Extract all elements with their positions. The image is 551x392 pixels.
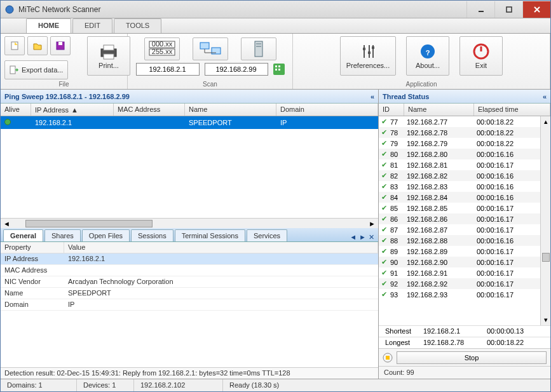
col-name[interactable]: Name (185, 104, 276, 116)
longest-name: 192.168.2.78 (419, 337, 483, 348)
thread-row[interactable]: ✔90192.168.2.9000:00:16.17 (379, 257, 540, 267)
ip-range-icon[interactable]: 000.xx255.xx (144, 37, 180, 60)
check-icon: ✔ (381, 280, 390, 288)
print-button[interactable]: Print... (87, 36, 130, 76)
tab-shares[interactable]: Shares (44, 229, 81, 241)
property-row[interactable]: DomainIP (1, 299, 378, 311)
col-domain[interactable]: Domain (276, 104, 378, 116)
thread-name: 192.168.2.86 (407, 215, 477, 223)
tab-close-icon[interactable]: ✕ (369, 233, 374, 241)
thread-col-id[interactable]: ID (379, 104, 404, 116)
stop-button[interactable]: Stop (397, 351, 547, 364)
thread-name: 192.168.2.83 (407, 183, 477, 191)
thread-name: 192.168.2.77 (407, 118, 477, 126)
thread-list[interactable]: ✔77192.168.2.7700:00:18.22✔78192.168.2.7… (379, 116, 540, 325)
property-row[interactable]: NIC VendorArcadyan Technology Corporatio… (1, 276, 378, 288)
check-icon: ✔ (381, 226, 390, 234)
thread-row[interactable]: ✔92192.168.2.9200:00:16.17 (379, 278, 540, 289)
thread-name: 192.168.2.89 (407, 248, 477, 255)
maximize-button[interactable] (494, 1, 522, 18)
thread-row[interactable]: ✔91192.168.2.9100:00:16.17 (379, 267, 540, 278)
tab-services[interactable]: Services (247, 229, 287, 241)
app-title: MiTeC Network Scanner (18, 5, 466, 14)
check-icon: ✔ (381, 182, 390, 191)
stop-icon[interactable] (383, 353, 393, 363)
prop-col-val: Value (64, 242, 378, 253)
v-scroll-thumb[interactable] (542, 253, 550, 262)
open-button[interactable] (27, 36, 48, 55)
thread-name: 192.168.2.78 (407, 129, 477, 137)
property-row[interactable]: MAC Address (1, 265, 378, 276)
thread-row[interactable]: ✔82192.168.2.8200:00:16.16 (379, 170, 540, 181)
thread-row[interactable]: ✔85192.168.2.8500:00:16.17 (379, 203, 540, 213)
svg-rect-17 (200, 43, 209, 49)
tab-general[interactable]: General (3, 229, 43, 241)
property-row[interactable]: NameSPEEDPORT (1, 288, 378, 299)
results-row[interactable]: 192.168.2.1 SPEEDPORT IP (1, 116, 378, 129)
svg-rect-12 (104, 54, 114, 59)
col-ip[interactable]: IP Address▲ (31, 104, 114, 116)
minimize-button[interactable] (466, 1, 494, 18)
thread-row[interactable]: ✔78192.168.2.7800:00:18.22 (379, 127, 540, 138)
thread-col-time[interactable]: Elapsed time (474, 104, 550, 116)
thread-row[interactable]: ✔89192.168.2.8900:00:16.17 (379, 246, 540, 257)
results-header: Alive IP Address▲ MAC Address Name Domai… (1, 104, 378, 116)
new-button[interactable] (4, 36, 25, 55)
network-icon[interactable] (193, 37, 228, 60)
ip-to-input[interactable] (205, 63, 268, 76)
thread-col-name[interactable]: Name (404, 104, 474, 116)
exit-button[interactable]: Exit (459, 36, 503, 76)
tab-home[interactable]: HOME (26, 18, 71, 33)
save-button[interactable] (50, 36, 71, 55)
thread-row[interactable]: ✔79192.168.2.7900:00:18.22 (379, 138, 540, 149)
collapse-right-icon[interactable]: « (543, 93, 547, 100)
scan-go-icon[interactable] (273, 64, 285, 75)
h-scrollbar[interactable]: ◄► (1, 218, 378, 228)
scroll-up-icon[interactable]: ▴ (544, 118, 548, 126)
collapse-icon[interactable]: « (371, 93, 374, 100)
ip-from-input[interactable] (136, 63, 200, 76)
svg-rect-40 (386, 356, 390, 360)
scroll-thumb[interactable] (25, 220, 153, 227)
thread-id: 86 (390, 215, 407, 223)
scroll-right-icon[interactable]: ► (366, 220, 378, 227)
thread-id: 84 (390, 194, 407, 201)
thread-row[interactable]: ✔77192.168.2.7700:00:18.22 (379, 116, 540, 127)
export-data-button[interactable]: Export data... (4, 60, 68, 79)
tab-prev-icon[interactable]: ◄ (350, 233, 357, 241)
thread-id: 78 (390, 129, 407, 137)
thread-row[interactable]: ✔84192.168.2.8400:00:16.16 (379, 192, 540, 203)
prop-key: MAC Address (1, 265, 64, 276)
col-alive[interactable]: Alive (1, 104, 31, 116)
thread-row[interactable]: ✔83192.168.2.8300:00:16.16 (379, 181, 540, 192)
tab-open-files[interactable]: Open Files (82, 229, 130, 241)
property-row[interactable]: IP Address192.168.2.1 (1, 253, 378, 265)
prop-value: IP (64, 299, 378, 310)
scroll-down-icon[interactable]: ▾ (544, 316, 548, 324)
scroll-left-icon[interactable]: ◄ (1, 220, 13, 227)
close-button[interactable] (522, 1, 550, 18)
results-grid[interactable]: 192.168.2.1 SPEEDPORT IP (1, 116, 378, 218)
v-scrollbar[interactable]: ▴▾ (540, 116, 550, 325)
preferences-button[interactable]: Preferences... (340, 36, 396, 76)
prop-key: NIC Vendor (1, 276, 64, 287)
tab-edit[interactable]: EDIT (72, 18, 112, 33)
thread-row[interactable]: ✔80192.168.2.8000:00:16.16 (379, 149, 540, 159)
thread-row[interactable]: ✔93192.168.2.9300:00:16.17 (379, 289, 540, 300)
about-label: About... (416, 62, 440, 69)
tab-next-icon[interactable]: ► (359, 233, 366, 241)
col-mac[interactable]: MAC Address (114, 104, 185, 116)
about-button[interactable]: ? About... (406, 36, 449, 76)
thread-row[interactable]: ✔81192.168.2.8100:00:16.17 (379, 159, 540, 170)
file-group-label: File (4, 79, 123, 89)
server-icon[interactable] (241, 37, 276, 60)
tab-terminal-sessions[interactable]: Terminal Sessions (175, 229, 245, 241)
thread-row[interactable]: ✔86192.168.2.8600:00:16.17 (379, 213, 540, 224)
thread-row[interactable]: ✔87192.168.2.8700:00:16.17 (379, 224, 540, 235)
thread-time: 00:00:18.22 (477, 129, 534, 137)
thread-row[interactable]: ✔88192.168.2.8800:00:16.16 (379, 235, 540, 246)
tab-sessions[interactable]: Sessions (131, 229, 173, 241)
detection-result: Detection result: 02-Dec-15 15:49:31: Re… (1, 367, 378, 379)
detail-tabs: General Shares Open Files Sessions Termi… (1, 228, 378, 242)
tab-tools[interactable]: TOOLS (114, 18, 161, 33)
